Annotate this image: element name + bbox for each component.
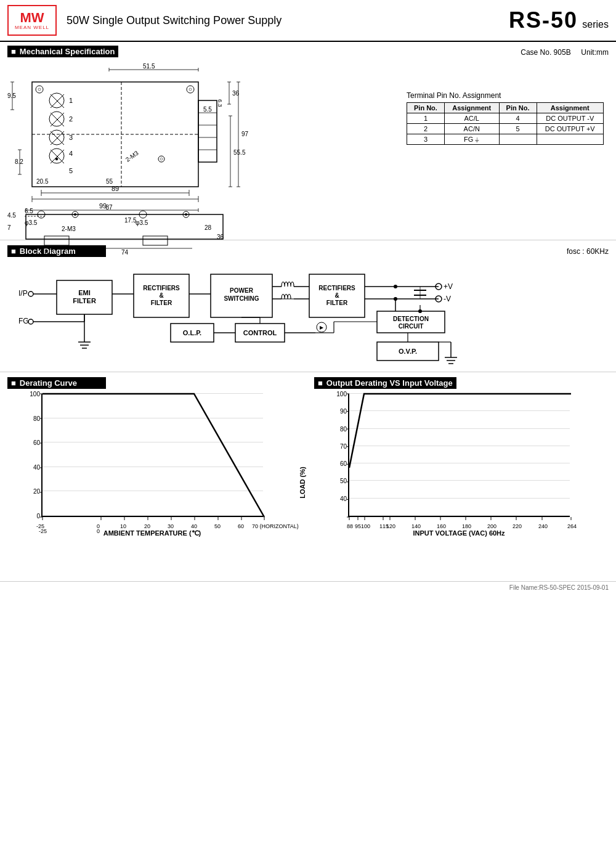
svg-point-19 (36, 86, 43, 93)
svg-text:20.5: 20.5 (36, 178, 49, 185)
svg-text:FILTER: FILTER (151, 300, 172, 306)
svg-text:28: 28 (205, 224, 212, 231)
svg-point-20 (38, 88, 41, 91)
svg-text:EMI: EMI (78, 289, 91, 296)
svg-text:FILTER: FILTER (73, 297, 96, 304)
terminal-row-3: 3FG ⏚ (407, 134, 604, 145)
svg-text:4.5: 4.5 (7, 212, 16, 219)
series-label: series (582, 19, 609, 30)
footer: File Name:RS-50-SPEC 2015-09-01 (0, 581, 616, 593)
svg-text:74: 74 (121, 249, 129, 256)
svg-text:O.L.P.: O.L.P. (183, 329, 201, 336)
logo: MW MEAN WELL (7, 5, 57, 36)
svg-text:240: 240 (538, 523, 548, 529)
block-diagram-container: I/P FG EMI FILTER RECTIFIERS & FILTER PO… (7, 262, 609, 367)
y-tick-20: 20 (33, 488, 40, 495)
svg-text:97: 97 (241, 131, 249, 137)
svg-text:1: 1 (69, 97, 73, 104)
svg-text:50: 50 (214, 523, 221, 529)
svg-text:10: 10 (120, 523, 126, 529)
svg-text:CIRCUIT: CIRCUIT (399, 323, 424, 330)
svg-text:200: 200 (487, 523, 496, 529)
svg-point-21 (187, 86, 194, 93)
svg-text:87: 87 (105, 204, 113, 211)
svg-text:160: 160 (437, 523, 446, 529)
y-tick-40: 40 (33, 463, 40, 470)
terminal-section: Terminal Pin No. Assignment Pin No. Assi… (407, 91, 604, 145)
terminal-cell-0-3: DC OUTPUT -V (537, 113, 604, 124)
svg-text:264: 264 (567, 523, 577, 529)
svg-text:2: 2 (69, 115, 73, 123)
svg-text:SWITCHING: SWITCHING (224, 295, 259, 302)
svg-text:7: 7 (7, 224, 11, 231)
oy-tick-60: 60 (340, 460, 347, 467)
svg-point-26 (158, 156, 164, 162)
terminal-cell-1-0: 2 (407, 124, 445, 134)
svg-text:-25: -25 (39, 528, 47, 534)
col-assignment-1: Assignment (444, 103, 499, 113)
svg-text:RECTIFIERS: RECTIFIERS (318, 285, 355, 291)
svg-text:70 (HORIZONTAL): 70 (HORIZONTAL) (252, 523, 299, 529)
svg-text:120: 120 (386, 523, 395, 529)
mechanical-section: Mechanical Specification Case No. 905B U… (0, 42, 616, 240)
oy-tick-70: 70 (340, 442, 347, 449)
svg-text:FG: FG (18, 317, 29, 325)
terminal-cell-2-1: FG ⏚ (444, 134, 499, 145)
technical-drawing: 1 2 3 4 5 2-M3 (7, 63, 303, 236)
svg-text:9.5: 9.5 (7, 92, 16, 99)
svg-text:&: & (334, 292, 339, 299)
svg-text:3: 3 (69, 134, 73, 141)
svg-text:89: 89 (111, 185, 119, 192)
svg-text:I/P: I/P (18, 289, 28, 298)
derating-chart: 100 80 60 40 20 0 (41, 394, 263, 517)
case-info: Case No. 905B Unit:mm (521, 46, 609, 57)
svg-text:8.2: 8.2 (15, 158, 23, 165)
svg-text:20: 20 (144, 523, 150, 529)
svg-point-77 (185, 213, 187, 216)
svg-text:100: 100 (361, 523, 370, 529)
terminal-cell-2-2 (499, 134, 537, 145)
y-tick-60: 60 (33, 439, 40, 446)
svg-text:0: 0 (97, 528, 100, 534)
derating-x-label: AMBIENT TEMPERATURE (℃) (41, 529, 263, 537)
svg-text:RECTIFIERS: RECTIFIERS (143, 285, 180, 291)
logo-brand: MEAN WELL (15, 25, 49, 30)
svg-text:95: 95 (355, 523, 361, 529)
model-series: RS-50 series (509, 7, 609, 33)
svg-text:&: & (159, 292, 163, 299)
terminal-title: Terminal Pin No. Assignment (407, 91, 604, 100)
svg-text:18: 18 (41, 249, 49, 256)
file-name: File Name:RS-50-SPEC 2015-09-01 (509, 584, 609, 591)
output-derating-chart: 100 90 80 70 60 50 40 (348, 394, 570, 517)
output-derating-header: Output Derating VS Input Voltage (314, 377, 456, 389)
output-derating-x-label: INPUT VOLTAGE (VAC) 60Hz (348, 529, 570, 537)
col-pin-no-1: Pin No. (407, 103, 445, 113)
svg-text:51.5: 51.5 (143, 63, 155, 70)
terminal-cell-2-0: 3 (407, 134, 445, 145)
svg-text:60: 60 (238, 523, 244, 529)
terminal-cell-1-1: AC/N (444, 124, 499, 134)
svg-text:+V: +V (444, 282, 453, 291)
case-number: Case No. 905B (521, 48, 570, 57)
svg-text:220: 220 (513, 523, 522, 529)
svg-text:88: 88 (347, 523, 353, 529)
terminal-row-1: 1AC/L4DC OUTPUT -V (407, 113, 604, 124)
svg-point-100 (28, 319, 33, 324)
svg-text:-V: -V (444, 295, 451, 303)
terminal-cell-0-2: 4 (499, 113, 537, 124)
oy-tick-50: 50 (340, 478, 347, 484)
svg-text:30: 30 (168, 523, 174, 529)
svg-point-27 (160, 158, 163, 160)
y-tick-80: 80 (33, 415, 40, 422)
svg-text:5: 5 (69, 167, 73, 174)
svg-text:17.5: 17.5 (124, 217, 137, 224)
svg-text:4: 4 (69, 150, 73, 157)
svg-text:40: 40 (191, 523, 197, 529)
derating-curve-container: Derating Curve LOAD (%) 100 80 60 40 20 … (7, 377, 302, 571)
svg-point-13 (55, 158, 58, 160)
fosc-label: fosc : 60KHz (567, 247, 609, 256)
svg-point-72 (74, 213, 76, 216)
curves-section: Derating Curve LOAD (%) 100 80 60 40 20 … (0, 372, 616, 576)
svg-point-97 (28, 291, 33, 296)
svg-text:5.5: 5.5 (203, 106, 212, 113)
